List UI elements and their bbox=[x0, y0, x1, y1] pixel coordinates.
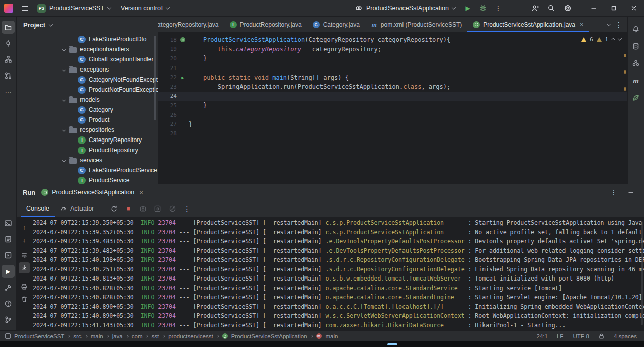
indent-widget[interactable]: 4 spaces bbox=[614, 333, 637, 339]
inspections-widget[interactable]: 6 1 bbox=[581, 36, 621, 42]
down-stack-button[interactable]: ↓ bbox=[19, 234, 30, 245]
breadcrumb-item[interactable]: ProductServiceSstApplication bbox=[231, 333, 307, 339]
breadcrumb-item[interactable]: main bbox=[326, 333, 338, 339]
next-problem-button[interactable] bbox=[618, 36, 622, 40]
soft-exit-button[interactable] bbox=[151, 202, 164, 215]
tree-item-package[interactable]: exceptions bbox=[17, 64, 158, 75]
code-line[interactable]: 26 bbox=[158, 110, 627, 120]
dump-threads-button[interactable] bbox=[136, 202, 149, 215]
breadcrumb-item[interactable]: com bbox=[132, 333, 143, 339]
console-scrollbar[interactable] bbox=[641, 221, 643, 325]
line-separator-widget[interactable]: LF bbox=[557, 333, 564, 339]
tree-item-package[interactable]: exceptionhandlers bbox=[17, 44, 158, 54]
scroll-to-end-button[interactable] bbox=[19, 262, 30, 273]
vcs-widget[interactable]: Version control bbox=[116, 3, 174, 14]
taskbar-hint-pill[interactable] bbox=[387, 343, 397, 345]
settings-button[interactable] bbox=[560, 2, 575, 15]
tab-options-button[interactable]: ⋮ bbox=[615, 21, 622, 29]
breadcrumb-item[interactable]: ProductServiceSST bbox=[14, 333, 64, 339]
more-actions-button[interactable]: ⋮ bbox=[491, 2, 505, 15]
tree-item[interactable]: CProduct bbox=[17, 115, 158, 125]
editor-body[interactable]: 6 1 18 ProductServiceSstApplication(Cate… bbox=[158, 33, 627, 184]
project-widget[interactable]: PS ProductServiceSST bbox=[33, 2, 115, 15]
run-config-selector[interactable]: ProductServiceSstApplication bbox=[350, 2, 460, 14]
spring-tool-button[interactable] bbox=[629, 91, 642, 104]
encoding-widget[interactable]: UTF-8 bbox=[573, 333, 589, 339]
pull-requests-tool-button[interactable] bbox=[2, 69, 15, 82]
print-button[interactable] bbox=[19, 281, 30, 292]
scrollbar-warning-mark[interactable] bbox=[624, 70, 626, 74]
editor-tab[interactable]: CCategory.java bbox=[307, 17, 365, 32]
tree-item[interactable]: CFakeStoreProductDto bbox=[17, 34, 158, 44]
spring-bean-gutter-icon[interactable] bbox=[180, 37, 185, 42]
code-line-caret[interactable]: 24 bbox=[158, 92, 627, 101]
caret-position-widget[interactable]: 24:1 bbox=[537, 333, 548, 339]
close-icon[interactable]: × bbox=[139, 189, 143, 196]
tree-item-package[interactable]: models bbox=[17, 95, 158, 105]
tree-item[interactable]: CCategoryNotFoundException bbox=[17, 75, 158, 85]
structure-tool-button[interactable] bbox=[2, 53, 15, 66]
commit-tool-button[interactable] bbox=[2, 37, 15, 50]
tree-item[interactable]: CGlobalExceptionHandler bbox=[17, 54, 158, 64]
code-with-me-button[interactable] bbox=[528, 2, 542, 15]
editor-tab[interactable]: ICategoryRepository.java bbox=[158, 17, 224, 32]
tree-item[interactable]: CCategory bbox=[17, 105, 158, 115]
project-scrollbar[interactable] bbox=[154, 36, 156, 120]
hide-tool-window-button[interactable] bbox=[624, 186, 638, 199]
todo-tool-button[interactable] bbox=[2, 233, 15, 246]
code-line[interactable]: 19 this.categoryRepository = categoryRep… bbox=[158, 45, 627, 54]
tree-item[interactable]: CFakeStoreProductService bbox=[17, 165, 158, 175]
prev-problem-button[interactable] bbox=[611, 38, 615, 42]
breadcrumb-item[interactable]: productservicesst bbox=[168, 333, 213, 339]
stop-button[interactable]: ■ bbox=[122, 202, 135, 215]
close-button[interactable] bbox=[624, 0, 644, 16]
scrollbar-warning-mark[interactable] bbox=[624, 87, 626, 91]
readonly-lock-button[interactable] bbox=[598, 333, 605, 339]
version-control-tool-button[interactable] bbox=[2, 313, 15, 326]
problems-tool-button[interactable] bbox=[2, 297, 15, 310]
tree-item[interactable]: CProductNotFoundException bbox=[17, 85, 158, 95]
notifications-button[interactable] bbox=[629, 23, 642, 36]
editor-tab[interactable]: mpom.xml (ProductServiceSST) bbox=[365, 17, 467, 32]
run-tool-button[interactable]: ▶ bbox=[2, 265, 15, 278]
actuator-tab[interactable]: Actuator bbox=[55, 200, 100, 217]
close-icon[interactable]: × bbox=[580, 21, 584, 28]
services-tool-button[interactable] bbox=[2, 249, 15, 262]
project-panel-header[interactable]: Project bbox=[17, 17, 158, 33]
editor-tab[interactable]: IProductRepository.java bbox=[224, 17, 307, 32]
tree-item[interactable]: IProductService bbox=[17, 175, 158, 184]
code-line[interactable]: 27} bbox=[158, 119, 627, 129]
breadcrumb-item[interactable]: src bbox=[73, 333, 81, 339]
build-tool-button[interactable] bbox=[2, 281, 15, 294]
main-menu-button[interactable] bbox=[18, 2, 32, 15]
code-line[interactable]: 25 } bbox=[158, 101, 627, 110]
more-tools-button[interactable]: ⋯ bbox=[2, 85, 15, 98]
hidden-tabs-button[interactable] bbox=[607, 22, 611, 26]
clear-console-button[interactable] bbox=[19, 294, 30, 305]
code-line[interactable]: 23 SpringApplication.run(ProductServiceS… bbox=[158, 82, 627, 92]
database-tool-button[interactable] bbox=[629, 40, 642, 53]
rerun-button[interactable] bbox=[107, 202, 120, 215]
minimize-button[interactable] bbox=[584, 0, 604, 16]
tree-item[interactable]: ICategoryRepository bbox=[17, 135, 158, 145]
console-tab[interactable]: Console bbox=[21, 200, 55, 217]
tree-item-package[interactable]: respositories bbox=[17, 125, 158, 135]
console-more-button[interactable]: ⋮ bbox=[180, 202, 193, 215]
code-line[interactable]: 22▶ public static void main(String[] arg… bbox=[158, 73, 627, 82]
code-line[interactable]: 20 } bbox=[158, 54, 627, 63]
breadcrumb-item[interactable]: sst bbox=[151, 333, 159, 339]
scrollbar-warning-mark[interactable] bbox=[624, 54, 626, 57]
run-gutter-icon[interactable]: ▶ bbox=[181, 75, 184, 80]
terminal-tool-button[interactable] bbox=[2, 217, 15, 230]
console-log[interactable]: 2024-07-09T22:15:39.350+05:30INFO23704--… bbox=[33, 219, 644, 330]
code-line[interactable]: 28 bbox=[158, 129, 627, 138]
project-tool-button[interactable] bbox=[2, 21, 15, 34]
tree-item-package[interactable]: services bbox=[17, 155, 158, 165]
run-session-tab[interactable]: ProductServiceSstApplication × bbox=[41, 189, 143, 196]
code-line[interactable]: 18 ProductServiceSstApplication(Category… bbox=[158, 35, 627, 45]
maven-tool-button[interactable]: m bbox=[629, 74, 642, 87]
up-stack-button[interactable]: ↑ bbox=[19, 222, 30, 233]
run-button[interactable]: ▶ bbox=[461, 2, 475, 15]
editor-tab-active[interactable]: ProductServiceSstApplication.java× bbox=[467, 17, 589, 32]
spring-beans-tool-button[interactable] bbox=[629, 57, 642, 70]
